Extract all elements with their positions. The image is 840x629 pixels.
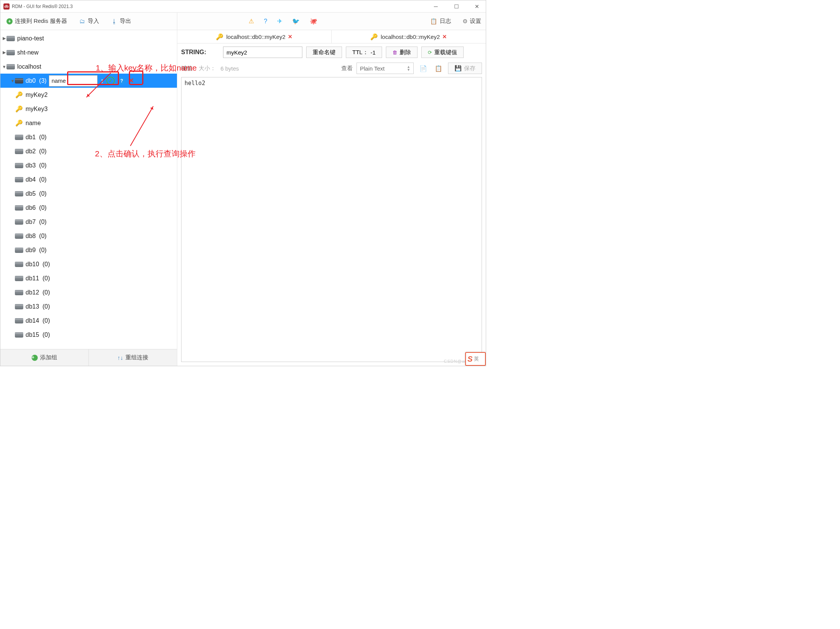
database-item[interactable]: db6 (0) (0, 201, 177, 215)
tab-label: localhost::db0::myKey2 (381, 34, 440, 40)
database-name: db10 (0) (26, 261, 50, 268)
github-icon[interactable]: 🐙 (310, 18, 317, 25)
database-name: db11 (0) (26, 275, 50, 282)
twitter-icon[interactable]: 🐦 (292, 18, 300, 25)
save-icon: 💾 (455, 65, 462, 72)
key-icon: 🔑 (16, 120, 22, 127)
database-icon (15, 219, 23, 225)
database-item[interactable]: db14 (0) (0, 314, 177, 328)
database-icon (15, 248, 23, 253)
ime-lang: 英 (474, 356, 479, 362)
server-icon (6, 64, 15, 69)
telegram-icon[interactable]: ✈ (277, 18, 282, 25)
database-item[interactable]: db9 (0) (0, 243, 177, 257)
database-icon (15, 318, 23, 323)
tab-label: localhost::db0::myKey2 (226, 34, 285, 40)
connection-name: localhost (17, 63, 41, 70)
database-name: db1 (0) (26, 134, 47, 141)
key-name: myKey3 (26, 106, 48, 113)
key-icon: 🔑 (16, 92, 22, 98)
rename-button[interactable]: 重命名键 (306, 47, 342, 58)
ttl-button[interactable]: TTL： -1 (346, 47, 382, 58)
value-textarea[interactable]: hello2 (181, 77, 482, 362)
settings-button[interactable]: ⚙ 设置 (463, 18, 481, 25)
database-item[interactable]: ▼db0 (3) ▲▼ ✓ ? ✕ (0, 74, 177, 88)
plus-icon: + (6, 18, 13, 24)
database-item[interactable]: db11 (0) (0, 271, 177, 285)
database-item[interactable]: db10 (0) (0, 257, 177, 271)
connection-tree[interactable]: ▶piano-test▶sht-new▼localhost▼db0 (3) ▲▼… (0, 30, 177, 349)
regroup-icon: ↑↓ (117, 354, 123, 361)
add-group-label: 添加组 (40, 354, 57, 361)
settings-label: 设置 (470, 18, 481, 25)
delete-label: 删除 (400, 49, 411, 56)
delete-button[interactable]: 🗑 删除 (386, 47, 418, 58)
value-label: 键值: (181, 65, 194, 72)
key-filter-input[interactable] (49, 75, 98, 87)
reload-button[interactable]: ⟳ 重载键值 (421, 47, 464, 58)
database-icon (15, 290, 23, 295)
ttl-value: -1 (371, 49, 376, 56)
database-item[interactable]: db1 (0) (0, 130, 177, 144)
import-button[interactable]: 🗂 导入 (73, 13, 105, 30)
database-item[interactable]: db12 (0) (0, 285, 177, 299)
maximize-button[interactable]: ☐ (451, 1, 462, 12)
chevron-icon: ▼ (10, 79, 15, 83)
minimize-button[interactable]: ─ (430, 1, 442, 12)
database-item[interactable]: db15 (0) (0, 328, 177, 342)
editor-tab[interactable]: 🔑localhost::db0::myKey2 ✕ (332, 30, 486, 43)
connection-name: piano-test (17, 35, 44, 42)
cancel-filter-button[interactable]: ✕ (128, 77, 134, 85)
database-item[interactable]: db3 (0) (0, 158, 177, 172)
view-label: 查看 (341, 65, 353, 72)
add-group-button[interactable]: + 添加组 (0, 349, 89, 366)
database-name: db12 (0) (26, 289, 50, 296)
key-item[interactable]: 🔑myKey3 (0, 102, 177, 116)
gear-icon: ⚙ (463, 18, 467, 25)
database-icon (15, 163, 23, 168)
connection-item[interactable]: ▶sht-new (0, 45, 177, 60)
connection-sidebar: ▶piano-test▶sht-new▼localhost▼db0 (3) ▲▼… (0, 30, 177, 366)
database-item[interactable]: db2 (0) (0, 144, 177, 158)
regroup-button[interactable]: ↑↓ 重组连接 (89, 349, 177, 366)
database-name: db14 (0) (26, 317, 50, 324)
formatter-select[interactable]: Plain Text ▲▼ (357, 63, 414, 74)
warning-icon[interactable]: ⚠ (249, 18, 254, 25)
database-icon (15, 135, 23, 140)
database-item[interactable]: db4 (0) (0, 172, 177, 187)
key-icon: 🔑 (216, 33, 223, 40)
database-icon (15, 205, 23, 211)
database-name: db5 (0) (26, 190, 47, 197)
connection-item[interactable]: ▶piano-test (0, 31, 177, 45)
ime-badge[interactable]: S 英 (465, 352, 486, 366)
close-button[interactable]: ✕ (471, 1, 483, 12)
confirm-filter-button[interactable]: ✓ (106, 77, 115, 85)
paste-button[interactable]: 📋 (433, 63, 444, 74)
key-item[interactable]: 🔑name (0, 116, 177, 130)
filter-help-button[interactable]: ? (118, 77, 125, 85)
connection-item[interactable]: ▼localhost (0, 60, 177, 74)
editor-tab[interactable]: 🔑localhost::db0::myKey2 ✕ (177, 30, 332, 43)
server-icon (6, 36, 15, 41)
copy-button[interactable]: 📄 (418, 63, 429, 74)
log-button[interactable]: 📋 日志 (430, 18, 451, 25)
database-item[interactable]: db5 (0) (0, 187, 177, 201)
save-button[interactable]: 💾 保存 (448, 63, 482, 74)
database-name: db0 (3) (26, 77, 47, 84)
database-name: db4 (0) (26, 176, 47, 183)
save-label: 保存 (464, 65, 475, 72)
tab-close-button[interactable]: ✕ (442, 34, 447, 40)
database-item[interactable]: db13 (0) (0, 299, 177, 314)
database-item[interactable]: db8 (0) (0, 229, 177, 243)
connect-server-button[interactable]: + 连接到 Redis 服务器 (0, 13, 73, 30)
log-label: 日志 (440, 18, 451, 25)
tab-close-button[interactable]: ✕ (288, 34, 292, 40)
database-item[interactable]: db7 (0) (0, 215, 177, 229)
reload-icon: ⟳ (428, 50, 432, 55)
key-icon: 🔑 (371, 33, 377, 40)
database-name: db7 (0) (26, 219, 47, 225)
help-icon[interactable]: ? (264, 18, 267, 25)
database-icon (15, 332, 23, 338)
key-name-input[interactable] (223, 47, 302, 58)
export-button[interactable]: ⭳ 导出 (105, 13, 137, 30)
